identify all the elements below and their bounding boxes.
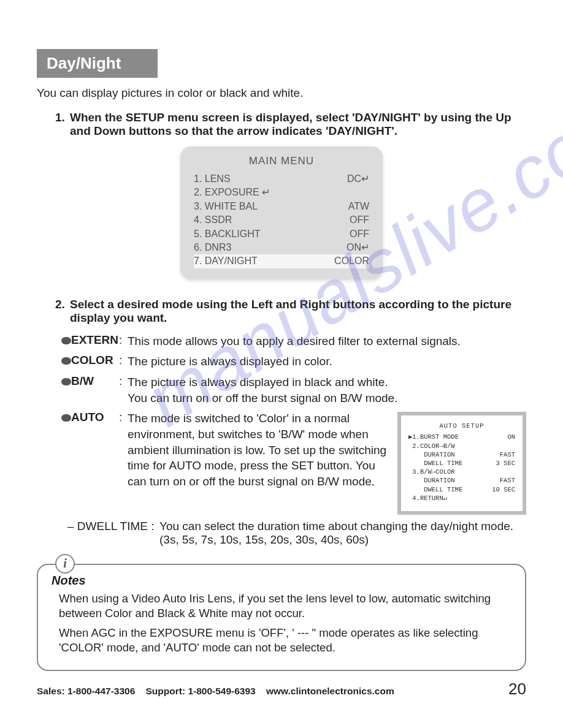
menu-row-value: COLOR (334, 254, 369, 268)
row-label: DWELL TIME (408, 459, 462, 468)
page-footer: Sales: 1-800-447-3306 Support: 1-800-549… (37, 680, 526, 699)
bullet-icon (61, 378, 71, 385)
mode-description: The mode is switched to 'Color' in a nor… (128, 411, 390, 489)
menu-row-lens: 1. LENS DC↵ (194, 172, 369, 186)
info-icon: i (55, 554, 75, 574)
menu-row-backlight: 5. BACKLIGHT OFF (194, 227, 369, 241)
mode-bw: B/W : The picture is always displayed in… (61, 374, 526, 406)
row-value: ON (507, 433, 515, 441)
auto-setup-title: AUTO SETUP (408, 422, 515, 430)
bullet-icon (61, 414, 71, 422)
footer-support: Support: 1-800-549-6393 (146, 686, 256, 696)
menu-row-value: DC↵ (347, 172, 369, 186)
notes-box: i Notes When using a Video Auto Iris Len… (37, 564, 526, 671)
row-label: DURATION (408, 476, 455, 485)
menu-row-value: ATW (348, 200, 369, 213)
mode-label: B/W (71, 374, 119, 388)
bullet-icon (61, 357, 71, 365)
menu-row-label: 5. BACKLIGHT (194, 227, 260, 241)
menu-row-label: 3. WHITE BAL (194, 200, 258, 213)
row-label: 3.B/W→COLOR (408, 468, 455, 476)
menu-row-exposure: 2. EXPOSURE ↵ (194, 186, 369, 199)
menu-row-label: 2. EXPOSURE ↵ (194, 186, 270, 199)
row-value: 10 SEC (492, 485, 515, 494)
menu-row-ssdr: 4. SSDR OFF (194, 213, 369, 227)
notes-paragraph: When using a Video Auto Iris Lens, if yo… (59, 591, 511, 621)
dwell-time-label: – DWELL TIME : (67, 520, 159, 547)
main-menu-title: MAIN MENU (194, 155, 369, 167)
step-1-number: 1. (55, 111, 70, 138)
mode-description: This mode allows you to apply a desired … (128, 333, 526, 349)
menu-row-dnr3: 6. DNR3 ON↵ (194, 241, 369, 254)
row-value: FAST (500, 476, 515, 485)
auto-setup-row: 4.RETURN↵ (408, 494, 515, 502)
mode-description: The picture is always displayed in color… (128, 354, 526, 370)
menu-row-value: ON↵ (347, 241, 369, 254)
auto-setup-row: DURATIONFAST (408, 450, 515, 459)
auto-setup-row: ▶1.BURST MODEON (408, 433, 515, 441)
step-1: 1. When the SETUP menu screen is display… (55, 111, 526, 138)
menu-row-value: OFF (350, 213, 369, 227)
auto-setup-row: DWELL TIME10 SEC (408, 485, 515, 494)
menu-row-daynight: 7. DAY/NIGHT COLOR (194, 254, 369, 268)
dwell-time-description: You can select the duration time about c… (159, 520, 526, 547)
step-1-text: When the SETUP menu screen is displayed,… (70, 111, 526, 138)
step-2-text: Select a desired mode using the Left and… (70, 298, 526, 325)
auto-setup-row: DURATIONFAST (408, 476, 515, 485)
mode-auto: AUTO : The mode is switched to 'Color' i… (61, 411, 526, 515)
mode-label: EXTERN (71, 333, 119, 347)
footer-contact: Sales: 1-800-447-3306 Support: 1-800-549… (37, 686, 394, 697)
menu-row-label: 1. LENS (194, 172, 231, 186)
mode-label: COLOR (71, 354, 119, 367)
row-label: 4.RETURN↵ (408, 494, 447, 502)
mode-color: COLOR : The picture is always displayed … (61, 354, 526, 370)
notes-paragraph: When AGC in the EXPOSURE menu is 'OFF', … (59, 626, 511, 655)
row-value: FAST (500, 450, 515, 459)
menu-row-whitebal: 3. WHITE BAL ATW (194, 200, 369, 213)
row-label: DURATION (408, 450, 455, 459)
main-menu-screenshot: MAIN MENU 1. LENS DC↵ 2. EXPOSURE ↵ 3. W… (180, 146, 383, 279)
page-number: 20 (508, 680, 526, 699)
footer-website: www.clintonelectronics.com (266, 686, 394, 696)
bullet-icon (61, 337, 71, 344)
menu-row-label: 7. DAY/NIGHT (194, 254, 258, 268)
menu-row-value: OFF (350, 227, 369, 241)
menu-row-label: 6. DNR3 (194, 241, 231, 254)
row-label: DWELL TIME (408, 485, 462, 494)
footer-sales: Sales: 1-800-447-3306 (37, 686, 135, 696)
intro-text: You can display pictures in color or bla… (37, 86, 526, 100)
colon: : (119, 411, 128, 424)
auto-setup-screenshot: AUTO SETUP ▶1.BURST MODEON 2.COLOR→B/W D… (397, 412, 526, 515)
colon: : (119, 333, 128, 347)
auto-setup-row: 3.B/W→COLOR (408, 468, 515, 476)
mode-description: The picture is always displayed in black… (128, 374, 526, 406)
row-value: 3 SEC (496, 459, 515, 468)
step-2-number: 2. (55, 298, 70, 325)
menu-row-label: 4. SSDR (194, 213, 232, 227)
section-title: Day/Night (37, 49, 158, 78)
colon: : (119, 354, 128, 367)
notes-title: Notes (52, 574, 511, 588)
auto-setup-row: DWELL TIME3 SEC (408, 459, 515, 468)
colon: : (119, 374, 128, 388)
auto-setup-row: 2.COLOR→B/W (408, 442, 515, 450)
step-2: 2. Select a desired mode using the Left … (55, 298, 526, 325)
dwell-time-line: – DWELL TIME : You can select the durati… (67, 520, 526, 547)
mode-label: AUTO (71, 411, 119, 424)
row-label: 2.COLOR→B/W (408, 442, 455, 450)
row-label: ▶1.BURST MODE (408, 433, 459, 441)
mode-extern: EXTERN : This mode allows you to apply a… (61, 333, 526, 349)
